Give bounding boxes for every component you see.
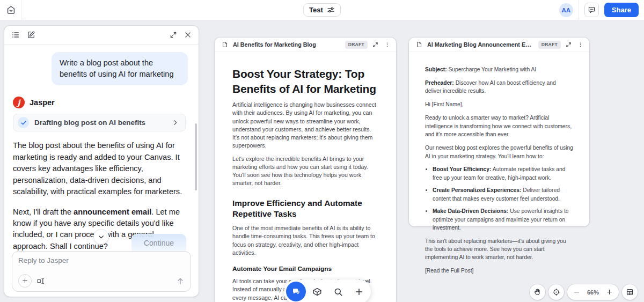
chat-bubbles-icon <box>291 287 301 297</box>
email-expand-button[interactable] <box>565 42 573 48</box>
test-button-label: Test <box>309 6 323 14</box>
blog-paragraph: Let's explore the incredible benefits AI… <box>232 155 377 188</box>
share-button[interactable]: Share <box>604 3 639 17</box>
blog-doc-title: AI Benefits for Marketing Blog <box>233 41 341 48</box>
comment-icon <box>588 6 596 14</box>
email-draft-badge: DRAFT <box>538 41 561 49</box>
grid-view-button[interactable] <box>622 284 638 300</box>
assistant-name: Jasper <box>30 98 55 107</box>
topbar-right: AA Share <box>559 0 644 20</box>
expand-icon <box>372 42 378 48</box>
plus-icon <box>606 289 613 296</box>
list-icon <box>11 31 20 39</box>
attach-button[interactable] <box>18 274 32 288</box>
hand-icon <box>533 288 541 296</box>
avatar[interactable]: AA <box>559 3 573 17</box>
blog-h3: Automate Your Email Campaigns <box>232 265 377 272</box>
user-message-bubble: Write a blog post about the benefits of … <box>52 52 188 85</box>
blog-paragraph: Artificial intelligence is changing how … <box>232 101 377 150</box>
email-preheader-line: Preheader: Discover how AI can boost eff… <box>425 79 573 95</box>
target-icon <box>552 288 560 296</box>
minus-icon <box>573 289 580 296</box>
document-icon <box>221 41 229 48</box>
topbar-divider <box>579 0 579 20</box>
arrow-up-icon <box>176 277 185 285</box>
zoom-level: 66% <box>586 289 601 296</box>
blog-h2: Improve Efficiency and Automate Repetiti… <box>232 198 377 220</box>
chat-panel: Write a blog post about the benefits of … <box>4 26 199 297</box>
canvas-toolbar <box>284 279 371 302</box>
cube-icon <box>312 287 322 297</box>
email-document-panel: AI Marketing Blog Announcement Email DRA… <box>409 38 589 226</box>
email-greeting: Hi [First Name], <box>425 100 573 108</box>
blog-paragraph: One of the most immediate benefits of AI… <box>232 224 377 257</box>
plus-icon <box>354 287 364 297</box>
assistant-header: j Jasper <box>13 97 188 108</box>
recenter-button[interactable] <box>548 284 564 300</box>
search-tool-button[interactable] <box>328 282 348 301</box>
expand-chat-button[interactable] <box>170 31 177 39</box>
email-subject-line: Subject: Supercharge Your Marketing with… <box>425 65 573 73</box>
email-cta: [Read the Full Post] <box>425 267 573 275</box>
close-chat-button[interactable] <box>184 31 192 39</box>
email-paragraph: This isn't about replacing marketers—it'… <box>425 237 573 262</box>
blog-expand-button[interactable] <box>371 42 379 48</box>
compose-icon <box>27 31 35 39</box>
list-item: Create Personalized Experiences: Deliver… <box>433 186 573 203</box>
email-paragraph: Ready to unlock a smarter way to market?… <box>425 114 573 138</box>
chat-scrollbar[interactable] <box>195 123 197 190</box>
top-bar: Test AA Share <box>0 0 644 20</box>
email-doc-title: AI Marketing Blog Announcement Email <box>427 41 535 48</box>
email-paragraph: Our newest blog post explores the powerf… <box>425 144 573 160</box>
blog-doc-content[interactable]: Boost Your Strategy: Top Benefits of AI … <box>215 52 396 302</box>
email-menu-button[interactable] <box>576 42 584 48</box>
reply-composer <box>12 251 191 292</box>
expand-icon <box>170 31 177 39</box>
grid-icon <box>626 288 634 296</box>
search-icon <box>333 287 343 297</box>
list-item: Boost Your Efficiency: Automate repetiti… <box>433 165 573 182</box>
jasper-logo-icon: j <box>13 97 25 108</box>
pan-tool-button[interactable] <box>530 284 545 300</box>
task-status-card[interactable]: Drafting blog post on AI benefits <box>13 114 186 131</box>
expand-icon <box>566 42 572 48</box>
sliders-icon <box>327 6 335 14</box>
kebab-icon <box>384 42 390 48</box>
new-chat-button[interactable] <box>27 31 35 39</box>
list-item: Make Data-Driven Decisions: Use powerful… <box>433 207 573 232</box>
assets-tool-button[interactable] <box>307 282 327 301</box>
comments-button[interactable] <box>584 3 599 17</box>
blog-h1: Boost Your Strategy: Top Benefits of AI … <box>232 67 377 96</box>
zoom-pill: 66% <box>567 284 619 300</box>
blog-menu-button[interactable] <box>383 42 391 48</box>
canvas-zoom-controls: 66% <box>530 284 638 300</box>
reply-input[interactable] <box>18 256 185 274</box>
test-config-button[interactable]: Test <box>303 3 341 17</box>
kebab-icon <box>577 42 583 48</box>
chat-tool-button[interactable] <box>286 282 306 301</box>
chat-history-button[interactable] <box>11 31 20 39</box>
plus-icon <box>21 277 28 284</box>
zoom-out-button[interactable] <box>573 289 580 296</box>
email-doc-content[interactable]: Subject: Supercharge Your Marketing with… <box>409 52 589 275</box>
text-cursor-icon[interactable] <box>36 277 45 285</box>
home-icon <box>6 5 16 15</box>
task-status-label: Drafting blog post on AI benefits <box>34 119 166 127</box>
blog-document-panel: AI Benefits for Marketing Blog DRAFT Boo… <box>215 38 396 302</box>
chevron-down-icon <box>98 233 105 240</box>
email-doc-header: AI Marketing Blog Announcement Email DRA… <box>409 38 589 52</box>
chat-header <box>4 26 199 45</box>
blog-draft-badge: DRAFT <box>345 41 368 49</box>
close-icon <box>184 31 192 39</box>
scroll-to-bottom-button[interactable] <box>93 229 109 245</box>
send-button[interactable] <box>176 277 185 285</box>
composer-toolbar <box>18 274 185 288</box>
document-icon <box>415 41 423 48</box>
chevron-right-icon <box>172 119 179 126</box>
zoom-in-button[interactable] <box>606 289 613 296</box>
email-bullet-list: Boost Your Efficiency: Automate repetiti… <box>425 165 573 232</box>
check-icon <box>18 117 29 128</box>
home-button-container <box>0 0 22 20</box>
add-tool-button[interactable] <box>349 282 369 301</box>
home-button[interactable] <box>6 5 16 15</box>
